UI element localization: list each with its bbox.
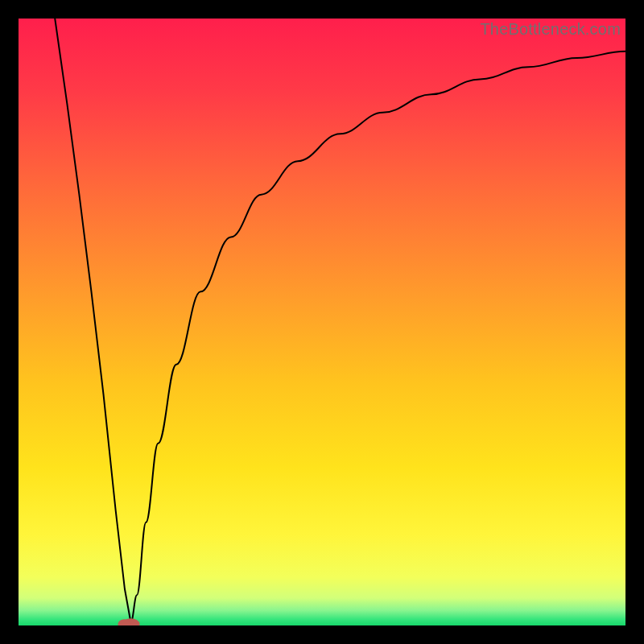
chart-frame: TheBottleneck.com — [19, 19, 625, 625]
bottleneck-curve — [19, 19, 625, 625]
watermark-text: TheBottleneck.com — [480, 20, 621, 39]
